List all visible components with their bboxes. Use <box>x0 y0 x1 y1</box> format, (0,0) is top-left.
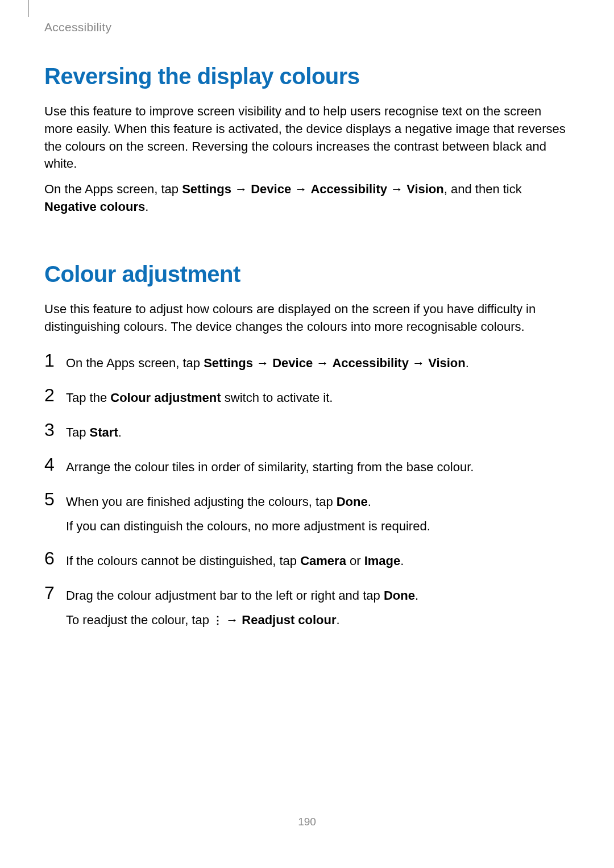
step-item: 2 Tap the Colour adjustment switch to ac… <box>44 386 573 407</box>
text: . <box>415 588 418 603</box>
text: When you are finished adjusting the colo… <box>66 495 337 509</box>
step-body: Tap Start. <box>66 421 573 442</box>
step-body: When you are finished adjusting the colo… <box>66 490 573 535</box>
text: . <box>145 200 148 214</box>
bold-done: Done <box>337 495 368 509</box>
step-item: 5 When you are finished adjusting the co… <box>44 490 573 535</box>
bold-done: Done <box>384 588 415 603</box>
bold-settings: Settings <box>182 182 231 196</box>
bold-colour-adjustment: Colour adjustment <box>110 391 221 405</box>
text: . <box>118 425 122 439</box>
bold-camera: Camera <box>300 554 346 568</box>
text: Tap <box>66 425 90 439</box>
step-item: 7 Drag the colour adjustment bar to the … <box>44 584 573 629</box>
step-number: 1 <box>44 351 64 369</box>
bold-negative-colours: Negative colours <box>44 200 145 214</box>
running-header: Accessibility <box>44 20 111 34</box>
text: To readjust the colour, tap <box>66 613 213 627</box>
text: switch to activate it. <box>221 391 333 405</box>
page-number: 190 <box>0 816 614 828</box>
bold-vision: Vision <box>428 356 466 370</box>
step-body: On the Apps screen, tap Settings → Devic… <box>66 351 573 372</box>
step-item: 1 On the Apps screen, tap Settings → Dev… <box>44 351 573 372</box>
text: . <box>466 356 469 370</box>
step-number: 4 <box>44 455 64 474</box>
section-title-colour-adjustment: Colour adjustment <box>44 261 573 287</box>
text: . <box>337 613 340 627</box>
step-number: 3 <box>44 421 64 439</box>
more-options-icon: ⋮ <box>213 615 222 625</box>
step-item: 3 Tap Start. <box>44 421 573 442</box>
arrow-icon: → <box>291 182 310 196</box>
step-body: If the colours cannot be distinguished, … <box>66 549 573 570</box>
arrow-icon: → <box>387 182 406 196</box>
step-number: 7 <box>44 584 64 602</box>
step-body: Tap the Colour adjustment switch to acti… <box>66 386 573 407</box>
step-item: 6 If the colours cannot be distinguished… <box>44 549 573 570</box>
body-para: Use this feature to adjust how colours a… <box>44 301 573 336</box>
text: , and then tick <box>444 182 522 196</box>
step-subtext: To readjust the colour, tap ⋮ → Readjust… <box>66 610 573 629</box>
step-body: Arrange the colour tiles in order of sim… <box>66 455 573 476</box>
arrow-icon: → <box>253 356 272 370</box>
text: or <box>346 554 364 568</box>
bold-accessibility: Accessibility <box>310 182 387 196</box>
step-body: Drag the colour adjustment bar to the le… <box>66 584 573 629</box>
bold-accessibility: Accessibility <box>332 356 409 370</box>
step-item: 4 Arrange the colour tiles in order of s… <box>44 455 573 476</box>
section-title-reversing: Reversing the display colours <box>44 64 573 89</box>
step-number: 6 <box>44 549 64 567</box>
step-subtext: If you can distinguish the colours, no m… <box>66 517 573 535</box>
section-colour-adjustment: Colour adjustment Use this feature to ad… <box>44 261 573 630</box>
text: On the Apps screen, tap <box>44 182 182 196</box>
bold-image: Image <box>364 554 401 568</box>
step-number: 5 <box>44 490 64 508</box>
arrow-icon: → <box>409 356 428 370</box>
arrow-icon: → <box>313 356 332 370</box>
bold-vision: Vision <box>406 182 444 196</box>
text: Tap the <box>66 391 110 405</box>
bold-device: Device <box>272 356 313 370</box>
bold-settings: Settings <box>204 356 253 370</box>
text: If the colours cannot be distinguished, … <box>66 554 300 568</box>
bold-start: Start <box>90 425 118 439</box>
bold-readjust-colour: Readjust colour <box>242 613 336 627</box>
bold-device: Device <box>251 182 291 196</box>
text: . <box>368 495 371 509</box>
arrow-icon: → <box>222 613 242 627</box>
text: Drag the colour adjustment bar to the le… <box>66 588 384 603</box>
header-rule <box>28 0 29 17</box>
arrow-icon: → <box>231 182 251 196</box>
body-para: On the Apps screen, tap Settings → Devic… <box>44 181 573 216</box>
text: . <box>400 554 404 568</box>
steps-list: 1 On the Apps screen, tap Settings → Dev… <box>44 351 573 629</box>
body-para: Use this feature to improve screen visib… <box>44 103 573 173</box>
step-number: 2 <box>44 386 64 404</box>
page-content: Reversing the display colours Use this f… <box>44 64 573 643</box>
text: On the Apps screen, tap <box>66 356 204 370</box>
